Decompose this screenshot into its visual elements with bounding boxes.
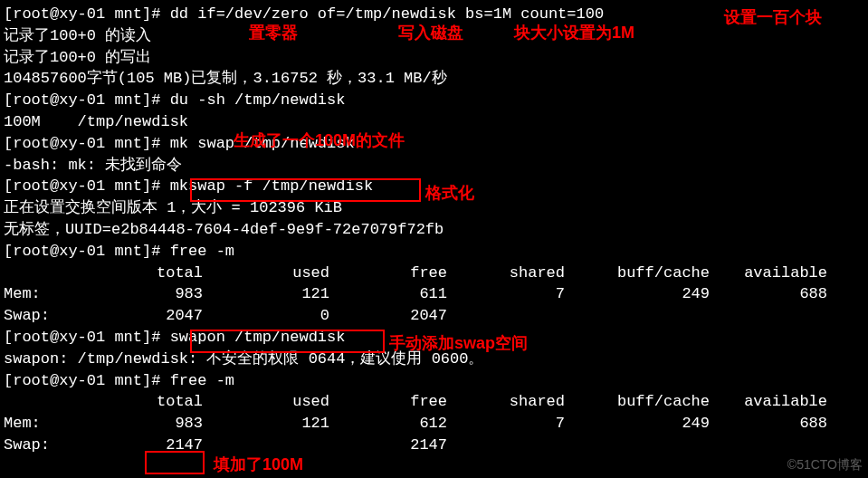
watermark: ©51CTO博客 [787, 456, 863, 474]
hdr-free: free [329, 391, 447, 413]
annotation-100m-file: 生成了一个100M的文件 [234, 129, 405, 152]
out-rec-out: 记录了100+0 的写出 [4, 47, 864, 69]
highlight-box-swap-total [145, 451, 205, 474]
hdr-avail: available [710, 263, 827, 284]
cmd-dd: dd if=/dev/zero of=/tmp/newdisk bs=1M co… [170, 5, 604, 23]
prompt: [root@xy-01 mnt]# [4, 329, 170, 346]
swap-free: 2047 [329, 305, 447, 327]
terminal[interactable]: [root@xy-01 mnt]# dd if=/dev/zero of=/tm… [0, 0, 868, 460]
mem-used: 121 [203, 413, 329, 435]
hdr-shared: shared [447, 391, 565, 413]
line-free2: [root@xy-01 mnt]# free -m [4, 370, 864, 392]
hdr-used: used [203, 263, 329, 284]
cmd-free2: free -m [170, 372, 234, 389]
annotation-write-disk: 写入磁盘 [398, 22, 463, 44]
mem-label: Mem: [4, 413, 85, 435]
prompt: [root@xy-01 mnt]# [4, 5, 170, 23]
mem-free: 611 [329, 283, 447, 305]
prompt: [root@xy-01 mnt]# [4, 177, 170, 195]
annotation-added-100m: 填加了100M [214, 454, 303, 476]
highlight-box-mkswap [190, 178, 421, 202]
mem-total: 983 [85, 283, 203, 305]
annotation-format: 格式化 [425, 182, 474, 205]
swap-label: Swap: [4, 435, 85, 456]
annotation-add-swap: 手动添加swap空间 [389, 332, 528, 355]
mem-avail: 688 [710, 283, 827, 305]
hdr-total: total [85, 263, 203, 284]
mem-total: 983 [85, 413, 203, 435]
prompt: [root@xy-01 mnt]# [4, 135, 170, 152]
mem-shared: 7 [447, 283, 565, 305]
hdr-shared: shared [447, 263, 565, 284]
cmd-free1: free -m [170, 243, 234, 260]
prompt: [root@xy-01 mnt]# [4, 243, 170, 260]
out-mkswap2: 无标签，UUID=e2b84448-7604-4def-9e9f-72e7079… [4, 219, 864, 241]
cmd-du: du -sh /tmp/newdisk [170, 91, 346, 109]
hdr-free: free [329, 263, 447, 284]
mem-buff: 249 [565, 283, 710, 305]
mem-buff: 249 [565, 413, 710, 435]
out-mk-err: -bash: mk: 未找到命令 [4, 155, 864, 177]
annotation-block-size: 块大小设置为1M [514, 22, 634, 44]
highlight-box-swapon [190, 330, 385, 353]
hdr-avail: available [710, 391, 827, 413]
line-du: [root@xy-01 mnt]# du -sh /tmp/newdisk [4, 90, 864, 111]
free-table-1: total used free shared buff/cache availa… [4, 263, 864, 327]
mem-avail: 688 [710, 413, 827, 435]
hdr-used: used [203, 391, 329, 413]
out-bytes: 104857600字节(105 MB)已复制，3.16752 秒，33.1 MB… [4, 68, 864, 90]
out-du: 100M /tmp/newdisk [4, 111, 864, 133]
swap-used: 0 [203, 305, 329, 327]
swap-total: 2047 [85, 305, 203, 327]
swap-label: Swap: [4, 305, 85, 327]
mem-label: Mem: [4, 283, 85, 305]
prompt: [root@xy-01 mnt]# [4, 91, 170, 109]
annotation-count: 设置一百个块 [724, 6, 822, 29]
mem-free: 612 [329, 413, 447, 435]
hdr-buff: buff/cache [565, 263, 710, 284]
annotation-zero-source: 置零器 [249, 22, 298, 44]
free-table-2: total used free shared buff/cache availa… [4, 391, 864, 455]
mem-shared: 7 [447, 413, 565, 435]
mem-used: 121 [203, 283, 329, 305]
hdr-buff: buff/cache [565, 391, 710, 413]
swap-free: 2147 [329, 435, 447, 456]
hdr-total: total [85, 391, 203, 413]
line-free1: [root@xy-01 mnt]# free -m [4, 241, 864, 263]
prompt: [root@xy-01 mnt]# [4, 372, 170, 389]
line-mk: [root@xy-01 mnt]# mk swap /tmp/newdisk [4, 133, 864, 155]
